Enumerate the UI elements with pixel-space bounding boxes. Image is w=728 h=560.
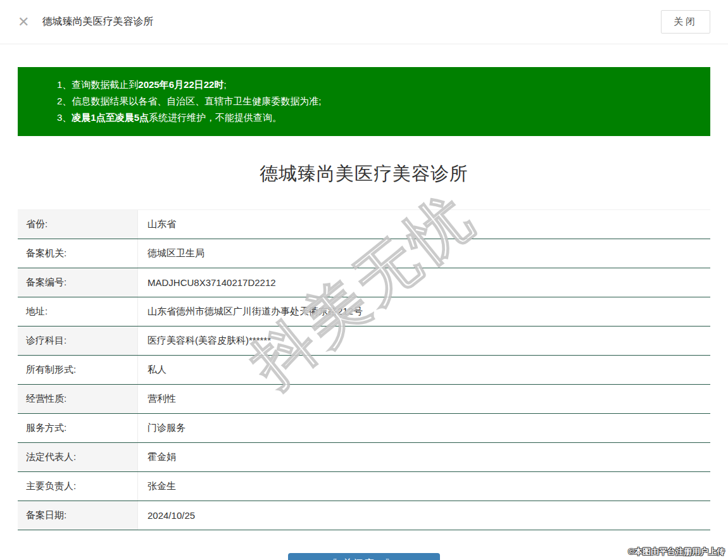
row-value: 山东省 [138, 210, 710, 239]
notice-banner: 1、查询数据截止到2025年6月22日22时; 2、信息数据结果以各省、自治区、… [18, 67, 710, 136]
notice-line-1-post: ; [223, 79, 226, 90]
notice-line-2: 2、信息数据结果以各省、自治区、直辖市卫生健康委数据为准; [57, 93, 698, 109]
notice-line-1-num: 1、 [57, 79, 72, 90]
notice-line-2-num: 2、 [57, 96, 72, 106]
row-label: 法定代表人: [18, 443, 138, 471]
notice-line-3-num: 3、 [57, 112, 72, 123]
row-label: 地址: [18, 297, 138, 326]
clinic-info-table: 省份: 山东省 备案机关: 德城区卫生局 备案编号: MADJHCU8X3714… [18, 209, 710, 530]
table-row-filing-authority: 备案机关: 德城区卫生局 [18, 239, 710, 268]
notice-line-1-text: 查询数据截止到 [72, 79, 138, 90]
row-label: 诊疗科目: [18, 327, 138, 355]
page-title: 德城臻尚美医疗美容诊所 [0, 161, 728, 187]
row-value: 2024/10/25 [138, 501, 710, 530]
row-label: 备案日期: [18, 501, 138, 530]
close-x-icon[interactable]: ✕ [18, 15, 29, 29]
close-window-button[interactable]: 〖关闭窗口〗 [288, 553, 440, 560]
notice-line-3-bold: 凌晨1点至凌晨5点 [72, 112, 149, 123]
notice-line-1-bold: 2025年6月22日22时 [138, 79, 223, 90]
row-label: 服务方式: [18, 414, 138, 442]
notice-line-2-text: 信息数据结果以各省、自治区、直辖市卫生健康委数据为准; [72, 96, 321, 106]
notice-line-3-post: 系统进行维护，不能提供查询。 [149, 112, 282, 123]
corner-watermark: ©本图由平台注册用户上传 [628, 546, 725, 557]
row-value: 医疗美容科(美容皮肤科)****** [138, 327, 710, 355]
table-row-legal-representative: 法定代表人: 霍金娟 [18, 443, 710, 472]
table-row-address: 地址: 山东省德州市德城区广川街道办事处天衢东路212号 [18, 297, 710, 327]
table-row-filing-number: 备案编号: MADJHCU8X37140217D2212 [18, 268, 710, 297]
row-label: 主要负责人: [18, 472, 138, 501]
top-bar: ✕ 德城臻尚美医疗美容诊所 关闭 [0, 0, 728, 44]
row-value: 门诊服务 [138, 414, 710, 442]
row-label: 经营性质: [18, 385, 138, 413]
row-value: 私人 [138, 356, 710, 384]
row-value: 营利性 [138, 385, 710, 413]
row-label: 所有制形式: [18, 356, 138, 384]
row-label: 备案机关: [18, 239, 138, 268]
row-value: MADJHCU8X37140217D2212 [138, 268, 710, 297]
table-row-ownership: 所有制形式: 私人 [18, 356, 710, 385]
row-value: 霍金娟 [138, 443, 710, 471]
window-title: 德城臻尚美医疗美容诊所 [42, 15, 153, 28]
notice-line-3: 3、凌晨1点至凌晨5点系统进行维护，不能提供查询。 [57, 109, 698, 126]
close-button[interactable]: 关闭 [661, 10, 710, 34]
table-row-service-mode: 服务方式: 门诊服务 [18, 414, 710, 443]
notice-line-1: 1、查询数据截止到2025年6月22日22时; [57, 77, 698, 93]
row-label: 备案编号: [18, 268, 138, 297]
table-row-business-nature: 经营性质: 营利性 [18, 385, 710, 414]
table-row-province: 省份: 山东省 [18, 210, 710, 239]
table-row-medical-subjects: 诊疗科目: 医疗美容科(美容皮肤科)****** [18, 327, 710, 356]
table-row-filing-date: 备案日期: 2024/10/25 [18, 501, 710, 530]
row-value: 山东省德州市德城区广川街道办事处天衢东路212号 [138, 297, 710, 326]
row-label: 省份: [18, 210, 138, 239]
table-row-principal: 主要负责人: 张金生 [18, 472, 710, 501]
row-value: 张金生 [138, 472, 710, 501]
row-value: 德城区卫生局 [138, 239, 710, 268]
